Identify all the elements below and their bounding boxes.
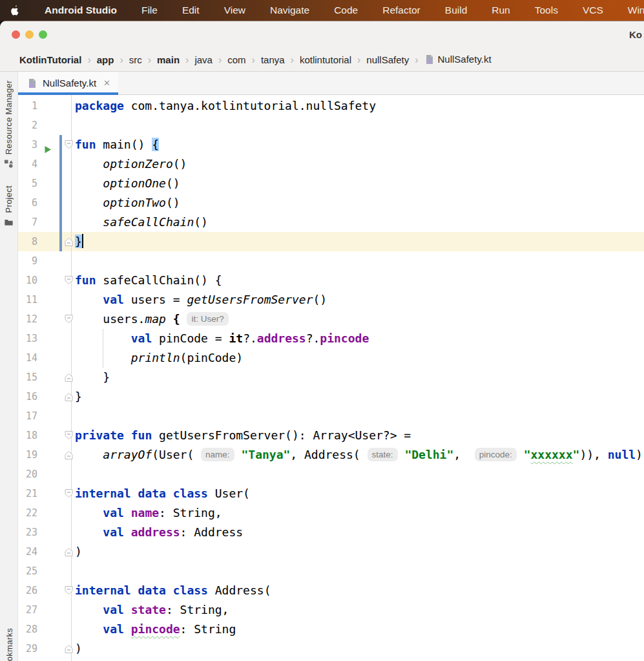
code-line-10[interactable]: 10fun safeCallChain() { [18, 271, 644, 290]
fold-marker-down[interactable] [64, 431, 74, 441]
code-segment: arrayOf [103, 448, 152, 461]
breadcrumb-item-nullsafety.kt[interactable]: NullSafety.kt [424, 54, 492, 67]
fold-marker-down[interactable] [64, 586, 74, 596]
menu-item-edit[interactable]: Edit [182, 5, 200, 16]
menu-item-code[interactable]: Code [334, 5, 358, 16]
toolwindow-button-resource-manager[interactable]: Resource Manager [0, 80, 17, 169]
close-button[interactable] [12, 30, 20, 39]
breadcrumb-item-kotlintutorial[interactable]: kotlintutorial [300, 54, 351, 65]
code-text: val address: Address [71, 523, 644, 542]
code-line-8[interactable]: 8} [18, 232, 644, 251]
code-line-18[interactable]: 18private fun getUsersFromServer(): Arra… [18, 426, 644, 445]
minimize-button[interactable] [25, 30, 34, 39]
code-line-16[interactable]: 16} [18, 387, 644, 406]
tab-nullsafety.kt[interactable]: NullSafety.kt✕ [18, 72, 118, 94]
breadcrumb-item-java[interactable]: java [194, 54, 213, 65]
code-segment: getUsersFromServer(): Array<User?> = [152, 428, 411, 442]
fold-marker-up[interactable] [64, 450, 74, 460]
code-editor[interactable]: 1package com.tanya.kotlintutorial.nullSa… [18, 95, 644, 661]
code-text: } [71, 368, 644, 387]
menu-item-refactor[interactable]: Refactor [382, 5, 421, 16]
code-line-15[interactable]: 15 } [18, 368, 644, 387]
toolwindow-button-bookmarks[interactable]: Bookmarks [5, 628, 14, 661]
apple-icon[interactable] [9, 5, 20, 16]
code-line-5[interactable]: 5 optionOne() [18, 174, 644, 193]
breadcrumb-item-main[interactable]: main [157, 54, 180, 65]
code-segment: pincode [320, 331, 369, 345]
code-text: fun main() { [71, 135, 644, 154]
code-line-17[interactable]: 17 [18, 406, 644, 426]
code-line-3[interactable]: 3fun main() { [18, 135, 644, 154]
breadcrumb-item-app[interactable]: app [97, 54, 114, 65]
fold-marker-up[interactable] [64, 644, 74, 654]
menu-item-tools[interactable]: Tools [535, 5, 558, 16]
toolwindow-button-project[interactable]: Project [0, 185, 17, 227]
tab-close-icon[interactable]: ✕ [103, 78, 110, 88]
menu-item-navigate[interactable]: Navigate [270, 5, 309, 16]
fold-marker-up[interactable] [64, 373, 74, 383]
breadcrumb-item-com[interactable]: com [227, 54, 245, 65]
code-line-21[interactable]: 21internal data class User( [18, 484, 644, 503]
fold-marker-up[interactable] [64, 392, 74, 402]
window-titlebar[interactable]: Ko [0, 21, 644, 48]
code-segment: map [145, 312, 166, 326]
vcs-change-stripe[interactable] [59, 154, 62, 174]
code-line-14[interactable]: 14 println(pinCode) [18, 348, 644, 368]
code-segment [75, 196, 103, 209]
breadcrumb-item-src[interactable]: src [129, 54, 142, 65]
code-line-9[interactable]: 9 [18, 251, 644, 271]
breadcrumb-item-tanya[interactable]: tanya [261, 54, 285, 65]
code-segment: , [453, 448, 475, 461]
menu-item-android-studio[interactable]: Android Studio [45, 5, 117, 16]
fold-marker-down[interactable] [64, 276, 74, 286]
code-line-23[interactable]: 23 val address: Address [18, 523, 644, 542]
breadcrumb-item-nullsafety[interactable]: nullSafety [366, 54, 409, 65]
fold-marker-down[interactable] [64, 315, 74, 324]
code-line-12[interactable]: 12 users.map { it: User? [18, 310, 644, 329]
fold-marker-up[interactable] [64, 547, 74, 557]
code-line-29[interactable]: 29) [18, 639, 644, 658]
code-segment: optionTwo [103, 196, 166, 209]
code-line-11[interactable]: 11 val users = getUsersFromServer() [18, 290, 644, 310]
code-line-7[interactable]: 7 safeCallChain() [18, 213, 644, 232]
code-line-1[interactable]: 1package com.tanya.kotlintutorial.nullSa… [18, 96, 644, 116]
menu-item-window[interactable]: Window [628, 5, 644, 16]
code-line-25[interactable]: 25 [18, 561, 644, 581]
code-line-2[interactable]: 2 [18, 116, 644, 135]
code-line-27[interactable]: 27 val state: String, [18, 600, 644, 620]
vcs-change-stripe[interactable] [59, 193, 62, 213]
code-text: package com.tanya.kotlintutorial.nullSaf… [71, 96, 644, 116]
breadcrumb-separator: › [415, 54, 418, 66]
menu-item-view[interactable]: View [224, 5, 245, 16]
menu-item-file[interactable]: File [141, 5, 158, 16]
code-segment: safeCallChain [103, 215, 194, 229]
zoom-button[interactable] [39, 30, 47, 39]
breadcrumb-item-kotlintutorial[interactable]: KotlinTutorial [19, 54, 81, 65]
code-segment: : String, [159, 506, 222, 519]
vcs-change-stripe[interactable] [59, 232, 62, 251]
code-line-24[interactable]: 24) [18, 542, 644, 561]
code-text [71, 406, 644, 426]
menu-item-run[interactable]: Run [492, 5, 510, 16]
code-line-22[interactable]: 22 val name: String, [18, 503, 644, 523]
code-line-13[interactable]: 13 val pinCode = it?.address?.pincode [18, 329, 644, 348]
vcs-change-stripe[interactable] [59, 174, 62, 193]
vcs-change-stripe[interactable] [59, 213, 62, 232]
fold-marker-down[interactable] [64, 140, 74, 150]
code-line-19[interactable]: 19 arrayOf(User( name: "Tanya", Address(… [18, 445, 644, 465]
code-segment: } [75, 370, 110, 384]
vcs-change-stripe[interactable] [59, 135, 62, 154]
line-number: 11 [18, 290, 37, 310]
fold-marker-down[interactable] [64, 489, 74, 499]
code-line-6[interactable]: 6 optionTwo() [18, 193, 644, 213]
menu-item-build[interactable]: Build [445, 5, 467, 16]
code-segment: fun [75, 138, 96, 151]
menu-item-vcs[interactable]: VCS [583, 5, 603, 16]
code-line-26[interactable]: 26internal data class Address( [18, 581, 644, 600]
run-gutter-icon[interactable] [44, 140, 52, 160]
fold-marker-up[interactable] [64, 237, 74, 247]
code-line-4[interactable]: 4 optionZero() [18, 154, 644, 174]
code-line-20[interactable]: 20 [18, 465, 644, 484]
code-line-28[interactable]: 28 val pincode: String [18, 620, 644, 639]
code-text: println(pinCode) [71, 348, 644, 368]
